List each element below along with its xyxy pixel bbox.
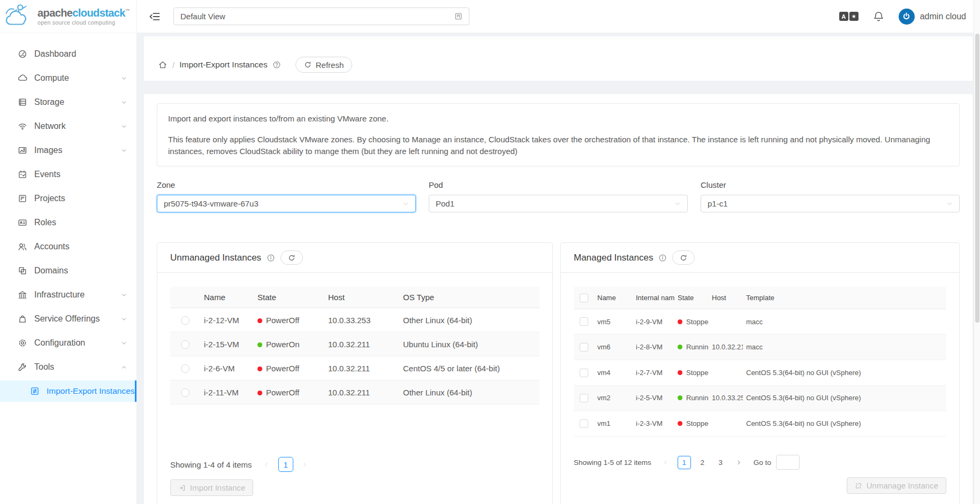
sidebar-item-storage[interactable]: Storage [0, 91, 136, 113]
import-instance-button[interactable]: Import Instance [170, 479, 253, 496]
sidebar-item-images[interactable]: Images [0, 140, 136, 161]
domains-icon [18, 266, 27, 276]
selector-column-header [170, 287, 200, 308]
table-row-i-2-11-vm[interactable]: i-2-11-VMPowerOff10.0.32.211Other Linux … [170, 380, 540, 404]
sidebar-item-compute[interactable]: Compute [0, 67, 136, 89]
chevron-down-icon [121, 124, 127, 129]
chevron-down-icon [121, 292, 127, 298]
page-content: / Import-Export Instances Refresh Import… [137, 33, 980, 504]
question-circle-icon[interactable] [272, 60, 281, 69]
sidebar-item-projects[interactable]: Projects [0, 188, 136, 209]
state-cell: Running [674, 385, 709, 411]
row-checkbox[interactable] [580, 419, 588, 428]
view-select-value: Default View [180, 12, 454, 21]
unmanage-instance-button[interactable]: Unmanage Instance [847, 477, 946, 494]
managed-card-body: NameInternal nameStateHostTemplatevm5i-2… [561, 273, 959, 504]
column-header-template: Template [743, 287, 946, 309]
prev-page-button[interactable] [659, 455, 673, 469]
host-cell [709, 411, 743, 437]
page-3-button[interactable]: 3 [714, 456, 727, 469]
prev-page-button[interactable] [260, 457, 274, 471]
chevron-down-icon [674, 201, 681, 207]
sidebar-item-label: Compute [34, 73, 121, 83]
pod-select[interactable]: Pod1 [429, 195, 688, 212]
sidebar: apachecloudstack™ open source cloud comp… [0, 0, 137, 504]
page-1-button[interactable]: 1 [678, 456, 691, 469]
brand-name-apache: apache [37, 7, 72, 19]
info-circle-icon[interactable] [267, 254, 275, 262]
scrollbar[interactable] [974, 0, 980, 504]
row-radio[interactable] [181, 388, 189, 397]
reload-icon [680, 254, 687, 262]
menu-fold-icon[interactable] [149, 11, 161, 22]
row-radio[interactable] [181, 316, 189, 325]
refresh-button[interactable]: Refresh [295, 57, 353, 73]
row-checkbox[interactable] [580, 343, 588, 352]
sidebar-item-import-export-instances[interactable]: Import-Export Instances [0, 380, 136, 402]
chevron-down-icon [946, 201, 953, 207]
row-radio[interactable] [181, 340, 189, 349]
state-cell: Stopped [674, 309, 709, 334]
view-select[interactable]: Default View [173, 7, 469, 25]
status-dot [678, 370, 682, 375]
table-row-vm4[interactable]: vm4i-2-7-VMStoppedCentOS 5.3(64-bit) no … [574, 360, 946, 385]
host-cell: 10.0.32.211 [324, 332, 399, 356]
home-icon[interactable] [158, 60, 168, 70]
select-all-checkbox[interactable] [580, 294, 588, 302]
brand-trademark: ™ [125, 8, 130, 13]
sidebar-item-service-offerings[interactable]: Service Offerings [0, 308, 136, 330]
user-menu[interactable]: admin cloud [899, 9, 966, 25]
selector-column-header[interactable] [574, 287, 594, 309]
sidebar-item-tools[interactable]: Tools [0, 356, 136, 378]
breadcrumb: / Import-Export Instances Refresh [158, 57, 352, 73]
app-logo[interactable]: apachecloudstack™ open source cloud comp… [0, 0, 136, 33]
cluster-label: Cluster [701, 180, 960, 189]
page-2-button[interactable]: 2 [696, 456, 709, 469]
sidebar-item-domains[interactable]: Domains [0, 260, 136, 281]
chevron-right-icon [736, 460, 742, 465]
host-cell [709, 309, 743, 334]
filter-row: Zone pr5075-t943-vmware-67u3 Pod Pod1 [157, 180, 960, 212]
page-1-button[interactable]: 1 [278, 457, 293, 472]
info-circle-icon[interactable] [658, 254, 667, 262]
bell-icon[interactable] [873, 11, 884, 22]
refresh-table-button[interactable] [280, 250, 303, 265]
row-radio[interactable] [181, 364, 189, 373]
sidebar-item-infrastructure[interactable]: Infrastructure [0, 284, 136, 306]
row-checkbox[interactable] [580, 317, 588, 326]
host-cell: 10.0.32.211 [709, 334, 743, 360]
chevron-down-icon [121, 100, 127, 105]
next-page-button[interactable] [298, 457, 312, 471]
next-page-button[interactable] [732, 455, 746, 469]
table-row-vm6[interactable]: vm6i-2-8-VMRunning10.0.32.211macc [574, 334, 946, 360]
table-row-vm5[interactable]: vm5i-2-9-VMStoppedmacc [574, 309, 946, 334]
sidebar-item-accounts[interactable]: Accounts [0, 236, 136, 257]
row-checkbox[interactable] [580, 394, 588, 402]
zone-select-value: pr5075-t943-vmware-67u3 [164, 199, 259, 208]
sidebar-item-events[interactable]: Events [0, 164, 136, 185]
intro-line-1: Import and export instances to/from an e… [168, 113, 948, 125]
goto-page-input[interactable] [776, 455, 800, 470]
table-row-vm1[interactable]: vm1i-2-3-VMStoppedCentOS 5.3(64-bit) no … [574, 411, 946, 437]
sidebar-item-roles[interactable]: Roles [0, 212, 136, 233]
cluster-select[interactable]: p1-c1 [701, 195, 960, 212]
pagination: 1 [260, 457, 312, 472]
unmanaged-instances-card: Unmanaged Instances NameStateHostOS Type… [157, 242, 553, 504]
sidebar-item-configuration[interactable]: Configuration [0, 332, 136, 354]
translate-icon[interactable]: A ★ [839, 12, 859, 21]
table-row-i-2-12-vm[interactable]: i-2-12-VMPowerOff10.0.33.253Other Linux … [170, 308, 540, 332]
accounts-icon [18, 242, 27, 251]
pod-label: Pod [429, 180, 688, 189]
table-row-vm2[interactable]: vm2i-2-5-VMRunning10.0.33.253CentOS 5.3(… [574, 385, 946, 411]
refresh-table-button[interactable] [672, 250, 695, 265]
zone-select[interactable]: pr5075-t943-vmware-67u3 [157, 195, 416, 212]
sidebar-item-dashboard[interactable]: Dashboard [0, 43, 136, 65]
items-count: Showing 1-4 of 4 items [170, 460, 252, 469]
sidebar-item-network[interactable]: Network [0, 116, 136, 137]
row-checkbox[interactable] [580, 369, 588, 377]
template-cell: CentOS 5.3(64-bit) no GUI (vSphere) [743, 411, 946, 437]
sidebar-item-label: Service Offerings [34, 314, 121, 324]
scrollbar-thumb[interactable] [975, 34, 979, 323]
table-row-i-2-6-vm[interactable]: i-2-6-VMPowerOff10.0.32.211CentOS 4/5 or… [170, 356, 540, 380]
table-row-i-2-15-vm[interactable]: i-2-15-VMPowerOn10.0.32.211Ubuntu Linux … [170, 332, 540, 356]
